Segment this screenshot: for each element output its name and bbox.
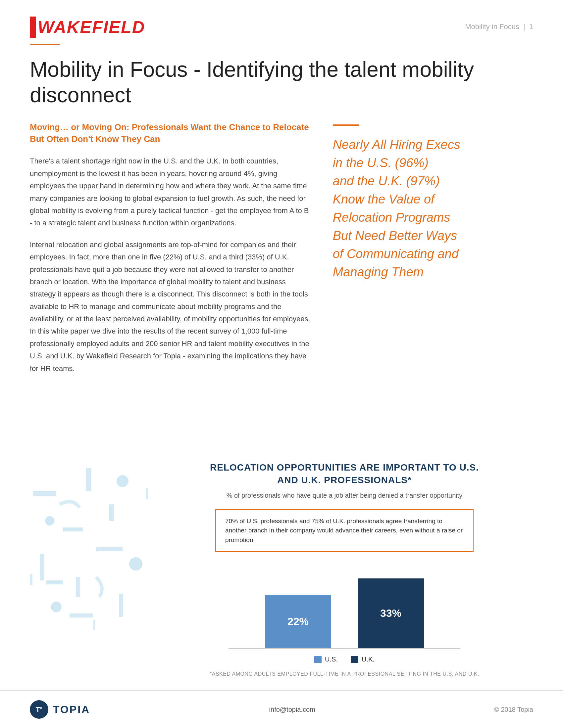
bar-item-us: 22% <box>265 595 331 648</box>
bar-us: 22% <box>265 595 331 648</box>
header: WAKEFIELD Mobility in Focus | 1 <box>0 0 563 38</box>
svg-rect-7 <box>63 527 83 531</box>
quote-divider <box>333 124 359 126</box>
mobility-focus-label: Mobility in Focus <box>465 23 519 31</box>
svg-rect-12 <box>119 594 123 617</box>
legend-dot-us <box>314 656 322 663</box>
svg-rect-15 <box>30 574 32 585</box>
bar-item-uk: 33% <box>358 578 424 648</box>
quote-line5: Relocation Programs <box>333 210 450 224</box>
page-number: 1 <box>529 23 533 31</box>
topia-logo-text: TOPIA <box>53 704 90 716</box>
svg-rect-16 <box>93 620 95 630</box>
footer: T° TOPIA info@topia.com © 2018 Topia <box>0 690 563 728</box>
quote-line2: in the U.S. (96%) <box>333 156 429 170</box>
bar-chart: 22% 33% <box>156 569 533 648</box>
quote-line1: Nearly All Hiring Execs <box>333 138 460 152</box>
legend-uk: U.K. <box>351 656 375 663</box>
left-column: Moving… or Moving On: Professionals Want… <box>30 121 313 441</box>
legend-dot-uk <box>351 656 358 663</box>
topia-logo-circle: T° <box>30 700 48 719</box>
paragraph-1: There's a talent shortage right now in t… <box>30 155 313 229</box>
quote-text: Nearly All Hiring Execs in the U.S. (96%… <box>333 136 533 282</box>
chart-title: RELOCATION OPPORTUNITIES ARE IMPORTANT T… <box>156 461 533 486</box>
svg-rect-6 <box>109 504 114 521</box>
logo: WAKEFIELD <box>30 17 145 38</box>
svg-point-0 <box>117 475 128 487</box>
main-title: Mobility in Focus - Identifying the tale… <box>0 45 563 108</box>
chart-callout: 70% of U.S. professionals and 75% of U.K… <box>215 509 474 552</box>
bar-uk: 33% <box>358 578 424 648</box>
svg-rect-11 <box>46 580 63 584</box>
chart-section: RELOCATION OPPORTUNITIES ARE IMPORTANT T… <box>0 441 563 690</box>
page: WAKEFIELD Mobility in Focus | 1 Mobility… <box>0 0 563 728</box>
footer-copyright: © 2018 Topia <box>494 706 533 713</box>
header-nav: Mobility in Focus | 1 <box>465 17 533 31</box>
svg-rect-14 <box>146 488 148 499</box>
svg-rect-5 <box>33 491 56 496</box>
chart-subtitle: % of professionals who have quite a job … <box>156 492 533 499</box>
legend-us-label: U.S. <box>325 656 338 663</box>
legend-uk-label: U.K. <box>362 656 375 663</box>
decorative-shapes <box>30 461 152 633</box>
footer-logo: T° TOPIA <box>30 700 90 719</box>
header-separator: | <box>523 23 525 31</box>
chart-inner: RELOCATION OPPORTUNITIES ARE IMPORTANT T… <box>156 461 533 677</box>
chart-legend: U.S. U.K. <box>156 656 533 663</box>
quote-line6: But Need Better Ways <box>333 229 457 243</box>
quote-line3: and the U.K. (97%) <box>333 174 440 188</box>
svg-point-1 <box>45 516 54 525</box>
svg-rect-10 <box>76 577 80 597</box>
logo-bar <box>30 17 36 38</box>
bar-baseline <box>228 648 460 649</box>
chart-title-line2: AND U.K. PROFESSIONALS* <box>277 475 412 485</box>
svg-point-3 <box>51 602 62 612</box>
svg-rect-9 <box>96 547 122 551</box>
article-subtitle: Moving… or Moving On: Professionals Want… <box>30 121 313 145</box>
quote-line4: Know the Value of <box>333 192 435 206</box>
right-column: Nearly All Hiring Execs in the U.S. (96%… <box>333 121 533 441</box>
footer-email: info@topia.com <box>269 706 315 713</box>
svg-rect-4 <box>86 468 91 491</box>
svg-rect-13 <box>70 614 93 617</box>
quote-line8: Managing Them <box>333 265 424 279</box>
legend-us: U.S. <box>314 656 338 663</box>
svg-rect-8 <box>40 554 44 580</box>
chart-footnote: *ASKED AMONG ADULTS EMPLOYED FULL-TIME I… <box>156 671 533 677</box>
paragraph-2: Internal relocation and global assignmen… <box>30 239 313 375</box>
quote-line7: of Communicating and <box>333 247 459 261</box>
svg-point-2 <box>129 557 142 570</box>
content-area: Moving… or Moving On: Professionals Want… <box>0 108 563 441</box>
chart-title-line1: RELOCATION OPPORTUNITIES ARE IMPORTANT T… <box>210 462 479 473</box>
logo-text: WAKEFIELD <box>38 17 145 37</box>
